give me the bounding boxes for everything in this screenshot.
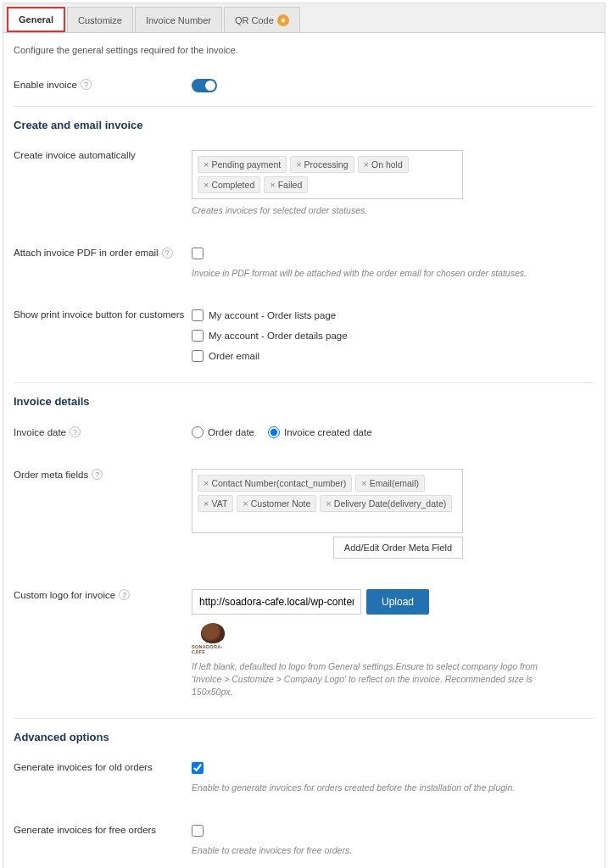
help-icon[interactable]: ?	[162, 248, 173, 259]
chip-status[interactable]: On hold	[358, 156, 409, 173]
invoice-date-order-radio[interactable]	[192, 426, 204, 438]
chip-status[interactable]: Processing	[290, 156, 354, 173]
show-print-orderdetails-checkbox[interactable]	[192, 330, 204, 342]
custom-logo-input[interactable]	[192, 589, 361, 615]
create-auto-hint: Creates invoices for selected order stat…	[192, 204, 548, 217]
custom-logo-label: Custom logo for invoice	[14, 590, 115, 600]
help-icon[interactable]: ?	[81, 79, 92, 90]
gen-old-label: Generate invoices for old orders	[14, 762, 153, 772]
show-print-opt-label: My account - Order lists page	[209, 310, 336, 320]
chip-status[interactable]: Completed	[198, 176, 260, 193]
section-create-email: Create and email invoice	[14, 112, 594, 135]
create-auto-label: Create invoice automatically	[14, 150, 136, 160]
radio-label: Order date	[208, 427, 254, 437]
chip-meta[interactable]: VAT	[198, 495, 233, 512]
tab-invoice-number[interactable]: Invoice Number	[135, 7, 222, 32]
show-print-label: Show print invoice button for customers	[14, 309, 184, 320]
page-description: Configure the general settings required …	[14, 45, 594, 55]
chip-status[interactable]: Pending payment	[198, 156, 287, 173]
section-invoice-details: Invoice details	[14, 388, 594, 411]
logo-text: SONADORA-CAFE	[192, 644, 234, 654]
logo-preview: SONADORA-CAFE	[192, 621, 234, 655]
gen-old-checkbox[interactable]	[192, 762, 204, 774]
attach-pdf-hint: Invoice in PDF format will be attached w…	[192, 267, 548, 280]
invoice-date-created-radio[interactable]	[268, 426, 280, 438]
help-icon[interactable]: ?	[119, 589, 130, 600]
attach-pdf-checkbox[interactable]	[192, 248, 204, 259]
gen-free-checkbox[interactable]	[192, 825, 204, 837]
show-print-orderemail-checkbox[interactable]	[192, 350, 204, 362]
tab-qr-code[interactable]: QR Code ★	[224, 7, 300, 32]
invoice-date-label: Invoice date	[14, 427, 66, 437]
order-meta-chipbox[interactable]: Contact Number(contact_number) Email(ema…	[192, 469, 463, 533]
help-icon[interactable]: ?	[92, 469, 103, 480]
enable-invoice-toggle[interactable]	[192, 79, 217, 92]
help-icon[interactable]: ?	[70, 426, 81, 437]
chip-meta[interactable]: Contact Number(contact_number)	[198, 475, 352, 492]
custom-logo-hint: If left blank, defaulted to logo from Ge…	[192, 660, 548, 698]
attach-pdf-label: Attach invoice PDF in order email	[14, 248, 159, 258]
section-advanced: Advanced options	[14, 724, 594, 747]
chip-meta[interactable]: Customer Note	[237, 495, 316, 512]
show-print-orderlists-checkbox[interactable]	[192, 309, 204, 321]
show-print-opt-label: Order email	[209, 351, 259, 361]
tab-qr-label: QR Code	[235, 15, 274, 25]
order-meta-label: Order meta fields	[14, 470, 88, 480]
chip-meta[interactable]: Delivery Date(delivery_date)	[320, 495, 452, 512]
chip-meta[interactable]: Email(email)	[355, 475, 425, 492]
add-edit-meta-button[interactable]: Add/Edit Order Meta Field	[333, 537, 463, 559]
tabs-bar: General Customize Invoice Number QR Code…	[3, 3, 605, 33]
premium-badge-icon: ★	[277, 14, 289, 26]
logo-image-icon	[201, 623, 225, 643]
radio-label: Invoice created date	[284, 427, 372, 437]
tab-customize[interactable]: Customize	[67, 7, 133, 32]
tab-general[interactable]: General	[7, 7, 65, 32]
gen-free-hint: Enable to create invoices for free order…	[192, 844, 548, 857]
enable-invoice-label: Enable invoice	[14, 80, 77, 90]
gen-old-hint: Enable to generate invoices for orders c…	[192, 782, 548, 794]
upload-button[interactable]: Upload	[366, 589, 429, 615]
show-print-opt-label: My account - Order details page	[209, 331, 348, 341]
gen-free-label: Generate invoices for free orders	[14, 825, 156, 835]
chip-status[interactable]: Failed	[264, 176, 308, 193]
create-auto-chipbox[interactable]: Pending payment Processing On hold Compl…	[192, 150, 463, 199]
